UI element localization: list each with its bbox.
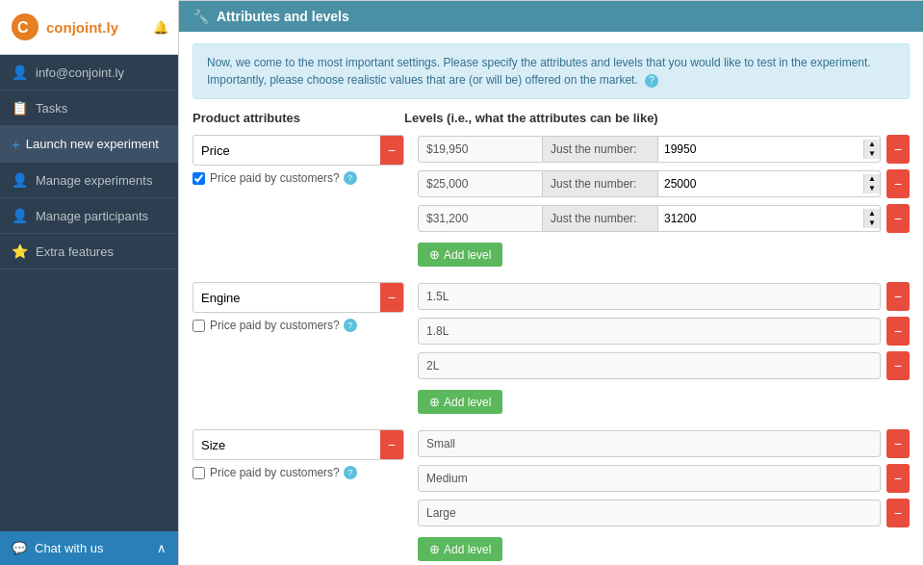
attribute-right-size: Small − Medium − Large − ⊕ Add level: [404, 429, 910, 561]
levels-col-header: Levels (i.e., what the attributes can be…: [404, 111, 910, 125]
extra-icon: ⭐: [12, 244, 28, 259]
level-number-wrap-price-0: ▲ ▼: [658, 136, 881, 163]
level-spinner-price-0: ▲ ▼: [863, 140, 880, 159]
spin-up-price-0[interactable]: ▲: [864, 140, 880, 149]
spin-down-price-2[interactable]: ▼: [864, 218, 880, 228]
spin-down-price-0[interactable]: ▼: [864, 149, 880, 159]
sidebar-header: C conjoint.ly 🔔: [0, 0, 178, 55]
remove-level-engine-0[interactable]: −: [886, 282, 910, 311]
level-row-size-0: Small −: [418, 429, 910, 458]
sidebar-title: conjoint.ly: [46, 19, 118, 36]
price-paid-checkbox-engine[interactable]: [192, 320, 205, 332]
info-box: Now, we come to the most important setti…: [192, 43, 910, 99]
attribute-input-size[interactable]: [193, 432, 380, 458]
level-number-input-price-0[interactable]: [658, 137, 863, 162]
remove-engine-button[interactable]: −: [380, 283, 403, 312]
level-display-engine-0: 1.5L: [418, 283, 881, 310]
level-row-size-1: Medium −: [418, 464, 910, 493]
add-level-engine-button[interactable]: ⊕ Add level: [418, 390, 502, 414]
spin-up-price-2[interactable]: ▲: [864, 209, 880, 218]
attribute-input-engine[interactable]: [193, 285, 380, 311]
level-just-label-price-2: Just the number:: [543, 205, 658, 232]
level-number-input-price-2[interactable]: [658, 206, 863, 231]
level-display-price-0: $19,950: [418, 136, 543, 163]
level-display-size-0: Small: [418, 430, 881, 457]
attributes-section: 🔧 Attributes and levels Now, we come to …: [178, 0, 924, 565]
spin-down-price-1[interactable]: ▼: [864, 184, 880, 193]
sidebar-item-manage-part[interactable]: 👤 Manage participants: [0, 198, 178, 234]
remove-level-engine-1[interactable]: −: [886, 317, 910, 346]
level-number-input-price-1[interactable]: [658, 171, 863, 196]
sidebar-item-extra[interactable]: ⭐ Extra features: [0, 234, 178, 270]
attribute-left-price: − Price paid by customers? ?: [192, 135, 404, 185]
add-level-price-button[interactable]: ⊕ Add level: [418, 243, 502, 267]
attribute-row-price: − Price paid by customers? ? $19,950 Jus…: [192, 135, 910, 267]
level-row-price-1: $25,000 Just the number: ▲ ▼ −: [418, 169, 910, 198]
main-content: 🔧 Attributes and levels Now, we come to …: [178, 0, 924, 565]
price-paid-wrap-size: Price paid by customers? ?: [192, 466, 404, 479]
remove-level-size-1[interactable]: −: [886, 464, 910, 493]
attribute-right-price: $19,950 Just the number: ▲ ▼ − $25,000: [404, 135, 910, 267]
remove-price-button[interactable]: −: [380, 136, 403, 165]
level-row-price-2: $31,200 Just the number: ▲ ▼ −: [418, 204, 910, 233]
tasks-icon: 📋: [12, 100, 28, 116]
price-paid-help-icon[interactable]: ?: [344, 171, 357, 185]
product-col-header: Product attributes: [192, 111, 404, 125]
bell-icon[interactable]: 🔔: [153, 20, 168, 35]
remove-level-price-0[interactable]: −: [886, 135, 910, 164]
help-icon[interactable]: ?: [645, 74, 658, 88]
level-display-price-1: $25,000: [418, 170, 543, 197]
price-paid-help-icon-engine[interactable]: ?: [344, 319, 357, 332]
level-number-wrap-price-2: ▲ ▼: [658, 205, 881, 232]
sidebar-nav: 👤 info@conjoint.ly 📋 Tasks + Launch new …: [0, 55, 178, 531]
remove-level-size-2[interactable]: −: [886, 499, 910, 527]
attribute-right-engine: 1.5L − 1.8L − 2L − ⊕ Add level: [404, 282, 910, 414]
attribute-input-wrap-engine: −: [192, 282, 404, 313]
level-row-engine-0: 1.5L −: [418, 282, 910, 311]
level-row-engine-1: 1.8L −: [418, 317, 910, 346]
svg-text:C: C: [17, 19, 29, 36]
price-paid-help-icon-size[interactable]: ?: [344, 466, 357, 479]
columns-header: Product attributes Levels (i.e., what th…: [192, 111, 910, 125]
remove-level-size-0[interactable]: −: [886, 429, 910, 458]
settings-icon: 🔧: [192, 9, 209, 24]
chat-bar[interactable]: 💬 Chat with us ∧: [0, 531, 178, 565]
remove-level-price-1[interactable]: −: [886, 169, 910, 198]
sidebar-item-manage-exp[interactable]: 👤 Manage experiments: [0, 163, 178, 198]
logo-icon: C: [10, 12, 40, 42]
manage-part-icon: 👤: [12, 208, 28, 223]
sidebar-item-tasks[interactable]: 📋 Tasks: [0, 90, 178, 126]
level-row-size-2: Large −: [418, 499, 910, 527]
level-number-wrap-price-1: ▲ ▼: [658, 170, 881, 197]
level-display-engine-2: 2L: [418, 352, 881, 379]
price-paid-wrap-price: Price paid by customers? ?: [192, 171, 404, 185]
remove-size-button[interactable]: −: [380, 430, 403, 459]
spin-up-price-1[interactable]: ▲: [864, 174, 880, 184]
attribute-input-price[interactable]: [193, 138, 380, 164]
attribute-row-size: − Price paid by customers? ? Small − Med…: [192, 429, 910, 561]
attribute-left-engine: − Price paid by customers? ?: [192, 282, 404, 332]
price-paid-checkbox-size[interactable]: [192, 467, 205, 479]
level-display-price-2: $31,200: [418, 205, 543, 232]
sidebar-item-info[interactable]: 👤 info@conjoint.ly: [0, 55, 178, 90]
attribute-input-wrap-price: −: [192, 135, 404, 166]
attribute-row-engine: − Price paid by customers? ? 1.5L − 1.8L: [192, 282, 910, 414]
level-row-engine-2: 2L −: [418, 351, 910, 380]
sidebar: C conjoint.ly 🔔 👤 info@conjoint.ly 📋 Tas…: [0, 0, 178, 565]
attribute-input-wrap-size: −: [192, 429, 404, 460]
level-spinner-price-1: ▲ ▼: [863, 174, 880, 193]
level-just-label-price-0: Just the number:: [543, 136, 658, 163]
plus-icon: ⊕: [429, 395, 440, 409]
price-paid-checkbox-price[interactable]: [192, 172, 205, 185]
level-spinner-price-2: ▲ ▼: [863, 209, 880, 228]
add-level-size-button[interactable]: ⊕ Add level: [418, 537, 502, 561]
remove-level-engine-2[interactable]: −: [886, 351, 910, 380]
sidebar-item-launch[interactable]: + Launch new experiment: [0, 126, 178, 163]
price-paid-wrap-engine: Price paid by customers? ?: [192, 319, 404, 332]
attribute-left-size: − Price paid by customers? ?: [192, 429, 404, 479]
level-display-size-1: Medium: [418, 465, 881, 492]
chat-icon: 💬: [12, 541, 27, 555]
level-just-label-price-1: Just the number:: [543, 170, 658, 197]
remove-level-price-2[interactable]: −: [886, 204, 910, 233]
level-display-engine-1: 1.8L: [418, 318, 881, 345]
